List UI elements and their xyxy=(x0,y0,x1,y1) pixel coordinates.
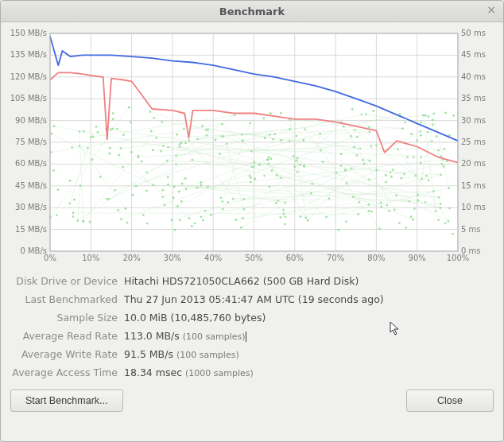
svg-point-57 xyxy=(363,163,366,165)
svg-point-152 xyxy=(404,122,406,124)
svg-point-196 xyxy=(117,209,119,211)
value-access-main: 18.34 msec xyxy=(124,366,185,378)
svg-point-279 xyxy=(428,180,430,182)
svg-point-227 xyxy=(435,210,437,212)
svg-point-258 xyxy=(183,127,185,130)
benchmark-dialog: Benchmark × 0%10%20%30%40%50%60%70%80%90… xyxy=(0,0,504,442)
svg-point-207 xyxy=(201,125,204,127)
svg-point-329 xyxy=(281,139,283,142)
svg-point-76 xyxy=(250,176,252,179)
svg-point-426 xyxy=(420,122,422,124)
svg-text:30%: 30% xyxy=(164,254,181,262)
svg-point-335 xyxy=(99,176,102,178)
svg-text:80%: 80% xyxy=(367,254,385,262)
svg-point-210 xyxy=(427,131,429,134)
svg-point-56 xyxy=(410,133,413,135)
svg-point-172 xyxy=(162,145,165,147)
window-title: Benchmark xyxy=(219,6,285,17)
value-last: Thu 27 Jun 2013 05:41:47 AM UTC (19 seco… xyxy=(124,293,494,305)
svg-point-133 xyxy=(444,223,447,225)
svg-point-287 xyxy=(250,181,252,184)
svg-point-171 xyxy=(141,161,143,163)
content-area: 0%10%20%30%40%50%60%70%80%90%100%0 MB/s0… xyxy=(1,22,503,441)
svg-point-327 xyxy=(235,219,237,221)
label-write: Average Write Rate xyxy=(10,348,118,360)
svg-point-323 xyxy=(152,149,154,152)
svg-point-105 xyxy=(285,215,287,218)
svg-point-155 xyxy=(126,222,129,224)
svg-point-174 xyxy=(452,233,454,235)
svg-point-286 xyxy=(303,165,305,167)
svg-point-116 xyxy=(161,189,164,192)
close-icon[interactable]: × xyxy=(484,3,498,17)
svg-text:40%: 40% xyxy=(204,254,222,262)
value-device: Hitachi HDS721050CLA662 (500 GB Hard Dis… xyxy=(124,275,494,287)
start-benchmark-button[interactable]: Start Benchmark... xyxy=(10,390,123,412)
svg-point-159 xyxy=(282,209,285,211)
svg-point-336 xyxy=(95,126,98,128)
svg-point-132 xyxy=(227,201,229,204)
svg-point-363 xyxy=(446,161,448,163)
svg-text:0 MB/s: 0 MB/s xyxy=(20,246,47,255)
svg-point-104 xyxy=(328,198,331,200)
svg-point-349 xyxy=(194,223,196,225)
svg-point-68 xyxy=(448,207,451,210)
value-read: 113.0 MB/s (100 samples) xyxy=(124,330,494,342)
svg-point-208 xyxy=(178,191,180,193)
svg-point-366 xyxy=(310,192,312,195)
svg-text:60%: 60% xyxy=(286,254,304,262)
svg-point-247 xyxy=(222,208,224,211)
svg-point-410 xyxy=(345,220,347,223)
svg-point-320 xyxy=(270,158,273,161)
svg-point-420 xyxy=(109,147,111,149)
svg-point-112 xyxy=(416,139,418,142)
svg-point-60 xyxy=(413,207,416,210)
svg-point-385 xyxy=(356,136,359,138)
svg-point-228 xyxy=(108,153,110,155)
svg-point-318 xyxy=(120,147,122,149)
svg-point-409 xyxy=(130,151,133,153)
svg-point-395 xyxy=(392,169,394,171)
svg-point-231 xyxy=(171,219,173,222)
svg-point-334 xyxy=(369,160,371,162)
svg-text:20 ms: 20 ms xyxy=(461,159,486,168)
svg-point-351 xyxy=(350,135,352,138)
svg-point-181 xyxy=(179,219,181,222)
svg-point-356 xyxy=(400,177,402,180)
svg-point-383 xyxy=(295,160,297,162)
label-device: Disk Drive or Device xyxy=(10,275,118,287)
svg-point-394 xyxy=(365,113,367,115)
svg-point-137 xyxy=(89,221,91,223)
svg-point-408 xyxy=(362,159,364,161)
svg-point-269 xyxy=(319,133,321,135)
svg-point-187 xyxy=(200,215,202,218)
svg-point-357 xyxy=(262,118,265,120)
svg-point-69 xyxy=(174,229,176,231)
close-button[interactable]: Close xyxy=(406,390,494,412)
svg-point-166 xyxy=(184,142,187,145)
svg-point-343 xyxy=(92,136,95,138)
svg-point-141 xyxy=(207,128,210,130)
svg-point-332 xyxy=(304,128,306,130)
svg-point-102 xyxy=(385,181,387,184)
svg-point-209 xyxy=(69,180,72,182)
svg-point-419 xyxy=(432,112,435,114)
svg-point-93 xyxy=(118,154,120,157)
svg-text:30 ms: 30 ms xyxy=(461,116,486,125)
label-read: Average Read Rate xyxy=(10,330,118,342)
svg-text:135 MB/s: 135 MB/s xyxy=(10,50,47,59)
svg-text:15 ms: 15 ms xyxy=(461,181,486,190)
svg-point-365 xyxy=(215,138,217,141)
value-read-small: (100 samples) xyxy=(183,332,246,342)
svg-point-259 xyxy=(264,137,266,139)
svg-point-145 xyxy=(220,196,223,199)
svg-point-213 xyxy=(338,229,340,231)
svg-point-179 xyxy=(142,214,145,216)
label-sample: Sample Size xyxy=(10,312,118,324)
value-write-small: (100 samples) xyxy=(176,350,239,360)
titlebar[interactable]: Benchmark × xyxy=(1,1,503,22)
svg-text:105 MB/s: 105 MB/s xyxy=(10,94,47,103)
svg-point-183 xyxy=(167,184,169,186)
svg-point-251 xyxy=(82,220,84,223)
svg-point-84 xyxy=(358,213,360,215)
